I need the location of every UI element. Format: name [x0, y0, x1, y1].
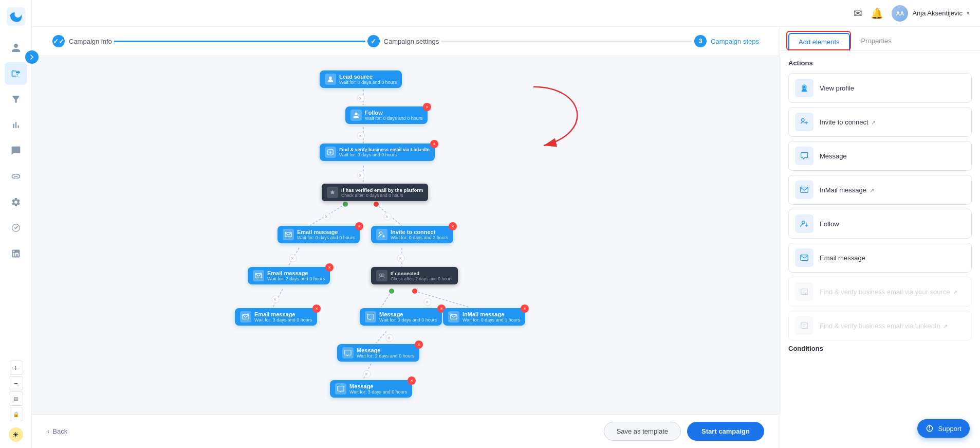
node-inmail-delete[interactable]: × — [521, 304, 529, 313]
node-find-verify[interactable]: Find & verify business email via LinkedI… — [320, 144, 435, 161]
node-email-2-delete[interactable]: × — [325, 263, 334, 272]
svg-text:×: × — [359, 133, 362, 139]
node-if-verified[interactable]: If has verified email by the platform Ch… — [322, 184, 428, 201]
node-lead-source[interactable]: Lead source Wait for: 0 days and 0 hours — [320, 70, 402, 88]
node-message-2-text: Message Wait for: 2 days and 0 hours — [357, 347, 414, 359]
svg-point-18 — [357, 95, 364, 102]
canvas-area: ✓ Campaign info ✓ Campaign settings 3 Ca… — [32, 27, 780, 448]
node-inmail[interactable]: InMail message Wait for: 0 days and 1 ho… — [443, 308, 525, 326]
support-button[interactable]: Support — [917, 419, 970, 438]
node-email-msg-2[interactable]: Email message Wait for: 2 days and 0 hou… — [248, 267, 330, 284]
svg-text:×: × — [325, 214, 328, 220]
content-area: ✓ Campaign info ✓ Campaign settings 3 Ca… — [32, 27, 980, 448]
action-follow[interactable]: Follow — [788, 209, 972, 239]
step-campaign-settings[interactable]: ✓ Campaign settings — [367, 35, 439, 47]
external-icon-linkedin: ↗ — [943, 323, 948, 329]
node-email-1-delete[interactable]: × — [355, 222, 363, 230]
action-inmail[interactable]: InMail message ↗ — [788, 175, 972, 205]
start-campaign-button[interactable]: Start campaign — [687, 422, 764, 441]
svg-line-12 — [376, 331, 386, 343]
node-email-msg-2-text: Email message Wait for: 2 days and 0 hou… — [267, 270, 325, 281]
bottom-actions: Save as template Start campaign — [604, 422, 764, 441]
node-follow[interactable]: Follow Wait for: 0 days and 0 hours × — [345, 106, 428, 124]
support-label: Support — [938, 425, 961, 433]
support-icon — [926, 424, 934, 433]
tab-add-elements[interactable]: Add elements — [788, 33, 850, 51]
save-template-button[interactable]: Save as template — [604, 422, 681, 441]
messages-icon[interactable]: ✉ — [854, 7, 862, 20]
step-campaign-info[interactable]: ✓ Campaign info — [52, 35, 112, 47]
node-email-msg-3[interactable]: Email message Wait for: 3 days and 0 hou… — [235, 308, 317, 326]
sidebar-item-settings[interactable] — [5, 191, 27, 213]
zoom-lock-button[interactable]: 🔒 — [9, 407, 23, 421]
node-email-3-delete[interactable]: × — [312, 304, 321, 313]
lead-source-icon — [325, 74, 336, 85]
sidebar-bottom: + − ⊞ 🔒 ☀ — [9, 361, 23, 442]
view-profile-label: View profile — [820, 84, 965, 92]
svg-line-10 — [381, 291, 392, 307]
sidebar-item-integrations[interactable] — [5, 217, 27, 239]
svg-line-6 — [376, 204, 402, 226]
sidebar-item-linkedin[interactable] — [5, 242, 27, 265]
notifications-icon[interactable]: 🔔 — [871, 7, 883, 20]
node-message-3-delete[interactable]: × — [408, 377, 416, 385]
email-icon-3 — [240, 311, 251, 322]
svg-line-7 — [288, 248, 299, 267]
svg-point-47 — [382, 274, 384, 276]
back-button[interactable]: ‹ Back — [47, 427, 67, 435]
sidebar-item-campaigns[interactable] — [5, 62, 27, 85]
logo[interactable] — [6, 6, 26, 27]
svg-point-28 — [289, 255, 297, 262]
if-connected-icon — [376, 270, 387, 281]
node-invite-connect[interactable]: Invite to connect Wait for: 0 days and 2… — [371, 226, 453, 243]
svg-point-20 — [357, 132, 364, 139]
node-follow-delete[interactable]: × — [423, 103, 431, 111]
action-find-verify-source[interactable]: Find & verify business email via your so… — [788, 277, 972, 307]
svg-point-24 — [323, 213, 330, 220]
sidebar-toggle[interactable] — [25, 50, 39, 64]
panel-scroll: Actions View profile — [780, 51, 980, 448]
node-message-3[interactable]: Message Wait for: 3 days and 0 hours × — [330, 380, 412, 398]
node-message-3-text: Message Wait for: 3 days and 0 hours — [349, 383, 407, 395]
node-message-2[interactable]: Message Wait for: 2 days and 0 hours × — [337, 344, 419, 362]
svg-rect-55 — [801, 255, 808, 261]
action-find-verify-linkedin[interactable]: Find & verify business email via LinkedI… — [788, 311, 972, 341]
step2-label: Campaign settings — [384, 38, 439, 45]
node-inmail-text: InMail message Wait for: 0 days and 1 ho… — [463, 311, 520, 322]
external-icon-source: ↗ — [953, 289, 957, 295]
step2-indicator: ✓ — [367, 35, 380, 47]
tab-properties[interactable]: Properties — [852, 33, 901, 50]
zoom-in-button[interactable]: + — [9, 361, 23, 375]
svg-text:×: × — [273, 297, 276, 302]
sidebar-item-links[interactable] — [5, 165, 27, 188]
user-menu[interactable]: AA Anja Aksentijevic ▾ — [892, 5, 970, 22]
sidebar-item-analytics[interactable] — [5, 114, 27, 136]
node-if-connected[interactable]: If connected Check after: 2 days and 0 h… — [371, 267, 458, 284]
sidebar-item-inbox[interactable] — [5, 139, 27, 162]
node-email-msg-1[interactable]: Email message Wait for: 0 days and 0 hou… — [278, 226, 360, 243]
node-invite-delete[interactable]: × — [449, 222, 457, 230]
node-message-1[interactable]: Message Wait for: 0 days and 0 hours × — [360, 308, 442, 326]
node-message-1-text: Message Wait for: 0 days and 0 hours — [379, 311, 437, 322]
step3-label: Campaign steps — [711, 38, 759, 45]
theme-toggle[interactable]: ☀ — [9, 427, 23, 442]
zoom-out-button[interactable]: − — [9, 376, 23, 390]
zoom-fit-button[interactable]: ⊞ — [9, 391, 23, 406]
svg-rect-43 — [285, 232, 291, 237]
action-message[interactable]: Message — [788, 141, 972, 171]
message-action-icon — [795, 147, 813, 165]
sidebar-item-leads[interactable] — [5, 88, 27, 111]
svg-text:×: × — [387, 335, 391, 341]
node-if-verified-text: If has verified email by the platform Ch… — [341, 187, 423, 198]
svg-point-34 — [424, 298, 431, 306]
node-message-2-delete[interactable]: × — [415, 341, 423, 349]
action-view-profile[interactable]: View profile — [788, 73, 972, 103]
action-invite-connect[interactable]: Invite to connect ↗ — [788, 107, 972, 137]
step-campaign-steps[interactable]: 3 Campaign steps — [694, 35, 759, 47]
bottom-bar: ‹ Back Save as template Start campaign — [32, 414, 780, 448]
invite-connect-icon — [795, 113, 813, 131]
action-email-message[interactable]: Email message — [788, 243, 972, 273]
sidebar-item-profile[interactable] — [5, 37, 27, 59]
chevron-down-icon: ▾ — [967, 10, 970, 16]
node-find-verify-delete[interactable]: × — [430, 140, 438, 148]
